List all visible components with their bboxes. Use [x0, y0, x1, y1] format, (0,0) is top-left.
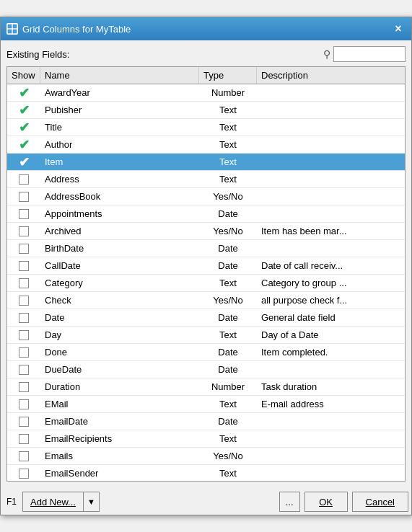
checkbox[interactable] — [19, 399, 29, 409]
cell-type: Text — [199, 466, 257, 480]
cell-show — [7, 450, 40, 463]
table-row[interactable]: EMailTextE-mail address — [7, 396, 405, 413]
more-options-button[interactable]: ... — [279, 492, 300, 512]
checkbox[interactable] — [19, 313, 29, 323]
cell-name: DueDate — [40, 363, 199, 376]
checkbox[interactable] — [19, 347, 29, 358]
footer-right: ... OK Cancel — [279, 492, 408, 512]
checkbox[interactable] — [19, 278, 29, 288]
cell-type: Text — [199, 120, 257, 134]
checkbox[interactable] — [19, 451, 29, 461]
svg-rect-2 — [8, 30, 12, 33]
table-row[interactable]: EmailsYes/No — [7, 448, 405, 465]
checkmark-icon: ✔ — [19, 156, 30, 169]
cell-name: Item — [40, 155, 199, 169]
table-row[interactable]: DayTextDay of a Date — [7, 327, 405, 344]
cell-show — [7, 190, 40, 203]
cell-show — [7, 398, 40, 411]
table-row[interactable]: AddressBookYes/No — [7, 188, 405, 205]
cell-name: Archived — [40, 224, 199, 238]
table-row[interactable]: ArchivedYes/NoItem has been mar... — [7, 223, 405, 240]
cell-type: Text — [199, 138, 257, 151]
table-row[interactable]: EmailRecipientsText — [7, 430, 405, 448]
fields-table: Show Name Type Description ✔AwardYearNum… — [6, 66, 406, 482]
cell-name: CallDate — [40, 259, 199, 272]
cell-description: Item completed. — [257, 345, 405, 359]
cell-type: Yes/No — [199, 224, 257, 238]
table-row[interactable]: AddressText — [7, 171, 405, 188]
table-row[interactable]: EmailDateDate — [7, 413, 405, 430]
table-row[interactable]: CategoryTextCategory to group ... — [7, 275, 405, 292]
cell-name: Done — [40, 345, 199, 359]
checkbox[interactable] — [19, 330, 29, 340]
cell-type: Text — [199, 397, 257, 411]
title-text: Grid Columns for MyTable — [22, 24, 131, 35]
cell-name: Author — [40, 138, 199, 151]
checkbox[interactable] — [19, 469, 29, 479]
checkbox[interactable] — [19, 192, 29, 202]
cell-name: EMail — [40, 397, 199, 411]
checkbox[interactable] — [19, 244, 29, 254]
checkmark-icon: ✔ — [19, 121, 30, 134]
checkbox[interactable] — [19, 382, 29, 392]
cell-show: ✔ — [7, 85, 40, 101]
add-new-button-group: Add New... ▼ — [22, 492, 100, 512]
checkbox[interactable] — [19, 434, 29, 444]
filter-input[interactable] — [333, 46, 406, 62]
table-row[interactable]: ✔AwardYearNumber — [7, 84, 405, 102]
svg-rect-1 — [13, 25, 17, 28]
checkbox[interactable] — [19, 261, 29, 271]
ok-button[interactable]: OK — [304, 492, 348, 512]
cell-name: Appointments — [40, 207, 199, 221]
cell-name: Address — [40, 172, 199, 186]
table-row[interactable]: BirthDateDate — [7, 240, 405, 257]
table-row[interactable]: ✔PubisherText — [7, 102, 405, 119]
cell-type: Text — [199, 172, 257, 186]
close-button[interactable]: × — [391, 22, 406, 36]
cell-type: Date — [199, 363, 257, 376]
table-row[interactable]: CallDateDateDate of call receiv... — [7, 257, 405, 275]
checkbox[interactable] — [19, 365, 29, 375]
cell-show — [7, 311, 40, 324]
table-row[interactable]: CheckYes/Noall purpose check f... — [7, 292, 405, 309]
cell-name: Emails — [40, 449, 199, 463]
checkbox[interactable] — [19, 174, 29, 185]
cell-name: AwardYear — [40, 86, 199, 99]
table-row[interactable]: DateDateGeneral date field — [7, 309, 405, 327]
table-row[interactable]: EmailSenderText — [7, 465, 405, 481]
cell-name: EmailDate — [40, 414, 199, 428]
table-row[interactable]: ✔AuthorText — [7, 136, 405, 154]
dialog-body: Existing Fields: ⚲ Show Name Type Descri… — [1, 40, 411, 487]
checkbox[interactable] — [19, 209, 29, 219]
cell-type: Text — [199, 328, 257, 342]
cell-name: EmailSender — [40, 466, 199, 480]
table-row[interactable]: DoneDateItem completed. — [7, 344, 405, 361]
table-row[interactable]: DueDateDate — [7, 361, 405, 378]
title-bar: Grid Columns for MyTable × — [1, 17, 411, 40]
cell-show — [7, 260, 40, 272]
table-body[interactable]: ✔AwardYearNumber✔PubisherText✔TitleText✔… — [7, 84, 405, 481]
add-new-button[interactable]: Add New... — [22, 492, 83, 512]
cell-type: Date — [199, 241, 257, 255]
header-name: Name — [40, 67, 199, 84]
cell-type: Date — [199, 207, 257, 221]
table-row[interactable]: DurationNumberTask duration — [7, 378, 405, 396]
checkbox[interactable] — [19, 296, 29, 306]
checkmark-icon: ✔ — [19, 104, 30, 117]
cell-type: Yes/No — [199, 190, 257, 203]
table-row[interactable]: ✔TitleText — [7, 119, 405, 136]
filter-icon: ⚲ — [323, 48, 330, 60]
header-show: Show — [7, 67, 40, 84]
add-new-dropdown-button[interactable]: ▼ — [83, 492, 100, 512]
cell-description — [257, 368, 405, 371]
cell-show — [7, 381, 40, 394]
table-row[interactable]: AppointmentsDate — [7, 205, 405, 223]
cell-description — [257, 178, 405, 181]
checkbox[interactable] — [19, 417, 29, 427]
table-header: Show Name Type Description — [7, 67, 405, 84]
cancel-button[interactable]: Cancel — [352, 492, 408, 512]
checkbox[interactable] — [19, 226, 29, 236]
table-row[interactable]: ✔ItemText — [7, 154, 405, 171]
cell-show — [7, 277, 40, 290]
checkmark-icon: ✔ — [19, 87, 30, 99]
